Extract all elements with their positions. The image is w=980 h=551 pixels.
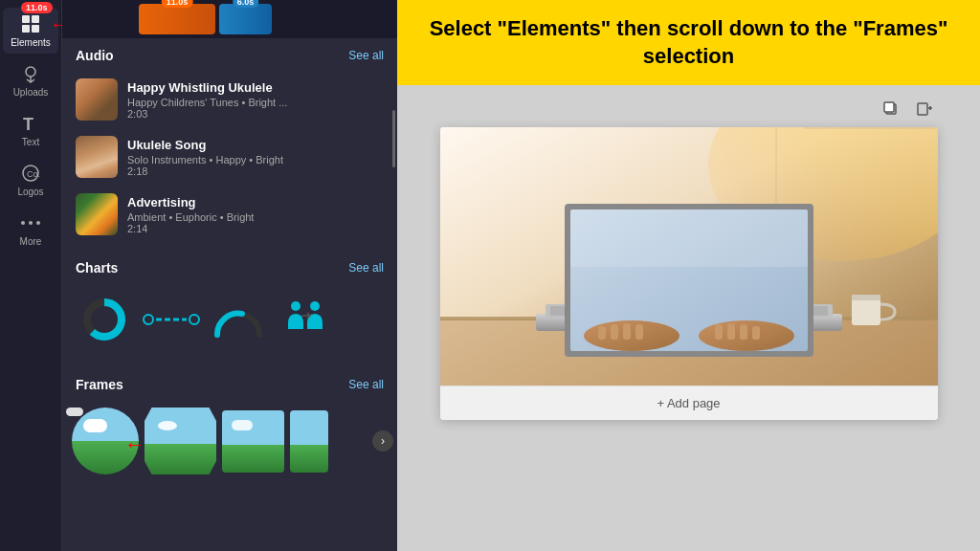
- frame-cloud-2: [158, 421, 177, 430]
- clip1-badge: 11.0s: [162, 0, 193, 8]
- audio-item-advertising[interactable]: Advertising Ambient • Euphoric • Bright …: [62, 186, 397, 243]
- audio-duration-3: 2:14: [127, 223, 384, 234]
- frames-grid: ← ›: [62, 400, 397, 482]
- svg-rect-41: [715, 324, 723, 340]
- svg-point-17: [310, 301, 320, 311]
- frames-see-all-link[interactable]: See all: [348, 378, 384, 391]
- svg-point-4: [26, 67, 35, 77]
- svg-rect-26: [804, 127, 938, 129]
- sidebar-item-uploads[interactable]: Uploads: [3, 57, 58, 103]
- content-panel: 11.0s 6.0s Audio See all Happy Whistling…: [62, 0, 397, 551]
- chart-people-item[interactable]: [277, 291, 334, 348]
- canvas-page: + Add page: [440, 127, 938, 420]
- svg-rect-44: [752, 326, 760, 340]
- audio-section-header: Audio See all: [62, 38, 397, 71]
- uploads-label: Uploads: [13, 87, 49, 98]
- timeline-clip-1[interactable]: 11.0s: [139, 4, 215, 34]
- audio-subtitle-3: Ambient • Euphoric • Bright: [127, 211, 384, 223]
- charts-section-header: Charts See all: [62, 251, 397, 283]
- audio-subtitle-1: Happy Childrens' Tunes • Bright ...: [127, 97, 384, 108]
- audio-info-ukulele: Ukulele Song Solo Instruments • Happy • …: [127, 138, 384, 177]
- svg-rect-42: [727, 323, 735, 340]
- svg-text:T: T: [23, 115, 33, 134]
- sidebar-item-logos[interactable]: Co. Logos: [3, 157, 58, 203]
- audio-title-3: Advertising: [127, 195, 384, 209]
- copy-button[interactable]: [877, 95, 903, 121]
- frame-square-item[interactable]: [222, 410, 284, 473]
- frames-section-title: Frames: [76, 377, 123, 392]
- svg-rect-38: [611, 324, 618, 340]
- charts-see-all-link[interactable]: See all: [348, 261, 384, 275]
- audio-item-happy-whistling[interactable]: Happy Whistling Ukulele Happy Childrens'…: [62, 71, 397, 128]
- svg-rect-37: [598, 326, 606, 340]
- frames-next-button[interactable]: ›: [372, 430, 393, 452]
- sidebar-item-text[interactable]: T Text: [3, 107, 58, 153]
- svg-point-13: [144, 315, 153, 324]
- audio-info-happy: Happy Whistling Ukulele Happy Childrens'…: [127, 80, 384, 120]
- more-label: More: [20, 236, 42, 247]
- more-icon: [20, 212, 41, 233]
- add-page-label: + Add page: [657, 396, 720, 410]
- clip2-badge: 6.0s: [233, 0, 259, 8]
- svg-rect-43: [740, 324, 747, 340]
- svg-point-15: [189, 315, 199, 324]
- svg-rect-19: [884, 102, 894, 112]
- uploads-icon: [20, 63, 41, 84]
- svg-point-10: [36, 221, 40, 225]
- chart-arc-item[interactable]: [210, 291, 267, 348]
- svg-rect-46: [852, 295, 880, 300]
- audio-info-advertising: Advertising Ambient • Euphoric • Bright …: [127, 195, 384, 234]
- timeline-clip-2[interactable]: 6.0s: [219, 4, 272, 34]
- frame-cloud-3: [232, 420, 253, 430]
- main-content-area: Select "Elements" then scroll down to th…: [397, 0, 980, 551]
- instruction-text: Select "Elements" then scroll down to th…: [420, 15, 957, 70]
- elements-icon: [20, 13, 41, 34]
- frames-section: Frames See all ← ›: [62, 360, 397, 486]
- text-label: Text: [22, 137, 39, 147]
- audio-thumb-ukulele: [76, 136, 118, 178]
- audio-duration-2: 2:18: [127, 165, 384, 177]
- audio-subtitle-2: Solo Instruments • Happy • Bright: [127, 154, 384, 165]
- svg-rect-40: [635, 324, 643, 340]
- charts-section: Charts See all: [62, 243, 397, 360]
- add-page-toolbar-button[interactable]: [911, 95, 938, 121]
- text-icon: T: [20, 113, 41, 134]
- elements-label: Elements: [11, 37, 51, 48]
- canvas-toolbar: [440, 95, 938, 121]
- panel-scrollbar[interactable]: [392, 110, 395, 167]
- svg-rect-0: [22, 15, 30, 23]
- frame-partial-item[interactable]: [290, 410, 328, 473]
- frame-irregular-item[interactable]: [145, 408, 216, 474]
- svg-rect-1: [32, 15, 39, 23]
- add-page-button[interactable]: + Add page: [440, 386, 938, 420]
- canvas-image-area: [440, 127, 938, 386]
- frames-section-header: Frames See all: [62, 367, 397, 400]
- audio-see-all-link[interactable]: See all: [348, 49, 384, 62]
- charts-grid: [62, 283, 397, 356]
- audio-duration-1: 2:03: [127, 108, 384, 120]
- sidebar-item-more[interactable]: More: [3, 207, 58, 253]
- svg-point-8: [21, 221, 25, 225]
- audio-title-2: Ukulele Song: [127, 138, 384, 152]
- laptop-scene: [440, 127, 938, 386]
- elements-timer-badge: 11.0s: [21, 2, 53, 13]
- frame-cloud-1: [83, 419, 107, 432]
- frames-arrow-indicator: ←: [124, 432, 145, 457]
- frame-circle-container[interactable]: ←: [72, 408, 139, 474]
- svg-rect-20: [918, 103, 927, 115]
- video-timeline: 11.0s 6.0s: [62, 0, 397, 38]
- charts-section-title: Charts: [76, 260, 118, 276]
- audio-item-ukulele-song[interactable]: Ukulele Song Solo Instruments • Happy • …: [62, 128, 397, 186]
- audio-title-1: Happy Whistling Ukulele: [127, 80, 384, 95]
- svg-text:Co.: Co.: [27, 169, 40, 179]
- chart-donut-item[interactable]: [76, 291, 133, 348]
- svg-point-16: [291, 301, 301, 311]
- svg-rect-3: [32, 25, 39, 33]
- audio-section-title: Audio: [76, 48, 114, 63]
- canvas-area: + Add page: [397, 85, 980, 551]
- svg-rect-34: [570, 209, 808, 267]
- chart-dash-item[interactable]: [143, 291, 200, 348]
- sidebar: Elements Uploads T Text Co. Logos: [0, 0, 62, 551]
- logos-icon: Co.: [20, 163, 41, 184]
- svg-rect-39: [623, 323, 631, 340]
